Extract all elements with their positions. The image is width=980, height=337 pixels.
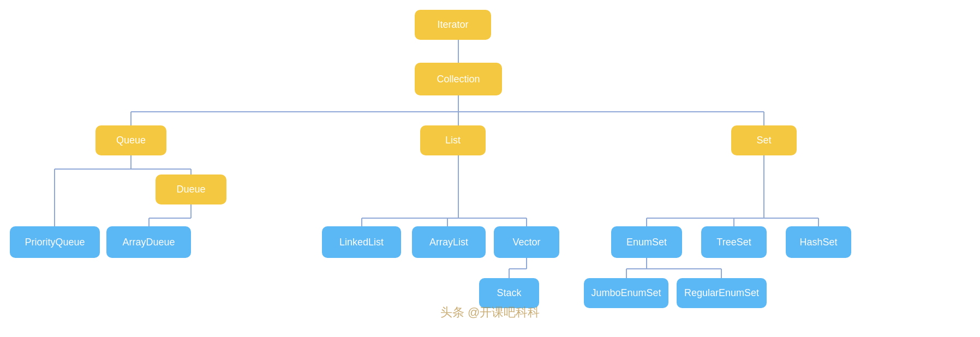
node-queue: Queue	[95, 125, 166, 155]
node-iterator: Iterator	[415, 10, 491, 40]
node-arraylist: ArrayList	[412, 226, 486, 258]
node-linkedlist: LinkedList	[322, 226, 401, 258]
node-stack: Stack	[479, 278, 539, 308]
node-deque: Dueue	[156, 174, 226, 204]
node-arraydeque: ArrayDueue	[106, 226, 191, 258]
node-treeset: TreeSet	[701, 226, 767, 258]
node-vector: Vector	[494, 226, 559, 258]
node-enumset: EnumSet	[611, 226, 682, 258]
node-regularenumset: RegularEnumSet	[677, 278, 767, 308]
node-jumboenumset: JumboEnumSet	[584, 278, 668, 308]
node-hashset: HashSet	[786, 226, 851, 258]
node-collection: Collection	[415, 63, 502, 95]
node-set: Set	[731, 125, 797, 155]
node-list: List	[420, 125, 486, 155]
diagram: IteratorCollectionQueueListSetDueuePrior…	[0, 0, 980, 337]
node-priorityqueue: PriorityQueue	[10, 226, 100, 258]
watermark: 头条 @开课吧科科	[440, 304, 540, 321]
